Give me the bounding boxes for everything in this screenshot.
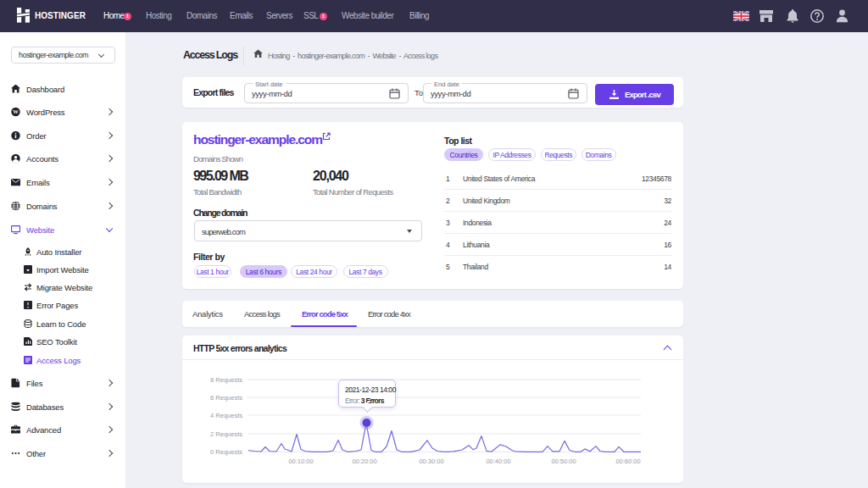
svg-text:8 Requests: 8 Requests <box>210 376 242 384</box>
svg-text:00:50:00: 00:50:00 <box>551 458 576 465</box>
svg-text:0 Requests: 0 Requests <box>210 448 242 456</box>
svg-text:00:60:00: 00:60:00 <box>615 458 640 465</box>
svg-text:00:40:00: 00:40:00 <box>486 458 510 465</box>
svg-text:W: W <box>13 108 19 114</box>
svg-text:4 Requests: 4 Requests <box>210 412 242 419</box>
svg-text:6 Requests: 6 Requests <box>210 394 242 402</box>
svg-text:00:20:00: 00:20:00 <box>352 458 376 465</box>
svg-text:00:30:00: 00:30:00 <box>419 458 443 465</box>
svg-text:00:10:00: 00:10:00 <box>288 458 313 465</box>
svg-text:2 Requests: 2 Requests <box>210 430 242 438</box>
